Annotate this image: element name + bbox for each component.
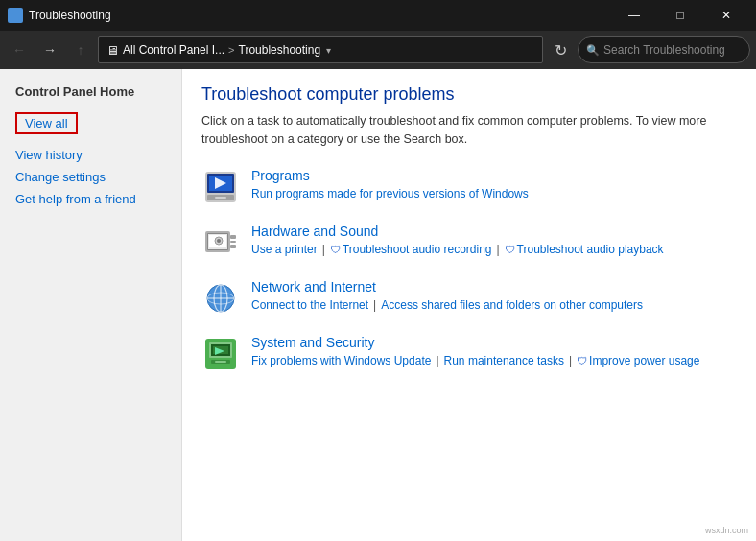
programs-icon (201, 168, 240, 206)
category-hardware: Hardware and Sound Use a printer | 🛡 Tro… (201, 223, 737, 262)
system-link-1[interactable]: Fix problems with Windows Update (251, 354, 431, 367)
window-controls: — □ ✕ (612, 0, 748, 31)
category-network: Network and Internet Connect to the Inte… (201, 279, 737, 318)
path-icon: 🖥 (106, 43, 119, 58)
minimize-button[interactable]: — (612, 0, 656, 31)
window-icon (8, 8, 23, 23)
search-placeholder: Search Troubleshooting (603, 43, 725, 57)
system-text: System and Security Fix problems with Wi… (251, 335, 699, 367)
svg-rect-1 (16, 11, 20, 14)
hardware-links: Use a printer | 🛡 Troubleshoot audio rec… (251, 243, 664, 256)
sidebar-item-get-help[interactable]: Get help from a friend (0, 188, 181, 210)
hardware-link-2[interactable]: Troubleshoot audio recording (343, 243, 492, 256)
hardware-title[interactable]: Hardware and Sound (251, 223, 664, 239)
hardware-icon (201, 223, 240, 262)
path-separator: > (228, 44, 234, 56)
svg-rect-0 (11, 11, 14, 14)
hardware-text: Hardware and Sound Use a printer | 🛡 Tro… (251, 223, 664, 256)
refresh-button[interactable]: ↻ (547, 36, 574, 63)
category-programs: Programs Run programs made for previous … (201, 168, 737, 206)
back-button[interactable]: ← (6, 36, 33, 63)
hardware-link-1[interactable]: Use a printer (251, 243, 318, 256)
window-title: Troubleshooting (29, 9, 111, 22)
close-button[interactable]: ✕ (704, 0, 748, 31)
programs-title[interactable]: Programs (251, 168, 529, 183)
watermark: wsxdn.com (705, 526, 748, 535)
programs-text: Programs Run programs made for previous … (251, 168, 529, 200)
sidebar-item-view-history[interactable]: View history (0, 144, 181, 166)
programs-link-1[interactable]: Run programs made for previous versions … (251, 187, 529, 200)
hw-sep-1: | (322, 243, 325, 256)
address-bar: ← → ↑ 🖥 All Control Panel I... > Trouble… (0, 31, 756, 69)
forward-button[interactable]: → (36, 36, 63, 63)
svg-rect-30 (215, 361, 226, 363)
content-description: Click on a task to automatically trouble… (201, 112, 710, 149)
address-path[interactable]: 🖥 All Control Panel I... > Troubleshooti… (98, 36, 543, 63)
svg-rect-17 (230, 241, 236, 243)
network-link-2[interactable]: Access shared files and folders on other… (381, 298, 643, 312)
shield-icon-2: 🛡 (505, 244, 515, 255)
programs-links: Run programs made for previous versions … (251, 187, 529, 200)
sys-sep-2: | (569, 354, 572, 367)
sidebar-item-change-settings[interactable]: Change settings (0, 166, 181, 188)
system-title[interactable]: System and Security (251, 335, 699, 350)
svg-point-15 (217, 239, 221, 243)
svg-rect-18 (230, 245, 236, 248)
path-dropdown[interactable]: ▾ (326, 45, 331, 56)
svg-rect-9 (215, 197, 226, 199)
network-text: Network and Internet Connect to the Inte… (251, 279, 643, 312)
svg-rect-16 (230, 235, 236, 239)
content-title: Troubleshoot computer problems (201, 84, 737, 105)
svg-rect-3 (16, 16, 20, 20)
network-links: Connect to the Internet | Access shared … (251, 298, 643, 312)
net-sep-1: | (373, 298, 376, 312)
maximize-button[interactable]: □ (658, 0, 702, 31)
system-links: Fix problems with Windows Update | Run m… (251, 354, 699, 367)
main-container: Control Panel Home View all View history… (0, 69, 756, 541)
system-link-3[interactable]: Improve power usage (589, 354, 699, 367)
content-area: Troubleshoot computer problems Click on … (182, 69, 756, 541)
sidebar-item-view-all[interactable]: View all (15, 112, 78, 134)
svg-rect-2 (11, 16, 14, 20)
hw-sep-2: | (496, 243, 499, 256)
category-system: System and Security Fix problems with Wi… (201, 335, 737, 373)
network-link-1[interactable]: Connect to the Internet (251, 298, 368, 312)
network-title[interactable]: Network and Internet (251, 279, 643, 294)
sidebar-section-title: Control Panel Home (0, 81, 181, 103)
title-bar-left: Troubleshooting (8, 8, 111, 23)
system-link-2[interactable]: Run maintenance tasks (444, 354, 564, 367)
sys-sep-1: | (436, 354, 438, 367)
system-icon (201, 335, 240, 373)
search-icon: 🔍 (586, 44, 600, 57)
search-box[interactable]: 🔍 Search Troubleshooting (578, 36, 750, 63)
hardware-link-3[interactable]: Troubleshoot audio playback (517, 243, 664, 256)
path-parent: All Control Panel I... (123, 43, 224, 57)
up-button[interactable]: ↑ (67, 36, 94, 63)
shield-icon-3: 🛡 (577, 355, 587, 366)
title-bar: Troubleshooting — □ ✕ (0, 0, 756, 31)
sidebar: Control Panel Home View all View history… (0, 69, 182, 541)
network-icon (201, 279, 240, 318)
shield-icon-1: 🛡 (330, 244, 341, 255)
path-current: Troubleshooting (239, 43, 321, 57)
